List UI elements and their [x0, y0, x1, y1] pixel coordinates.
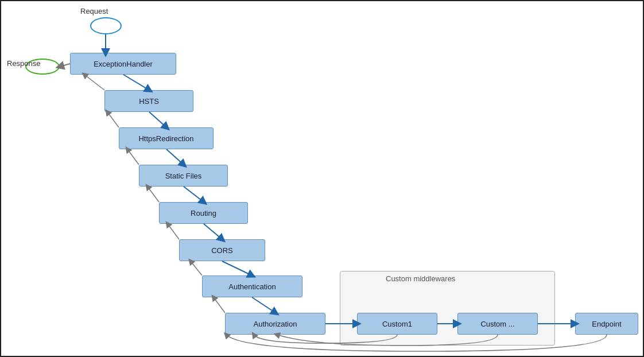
svg-line-14	[252, 297, 276, 313]
request-oval	[90, 17, 122, 34]
svg-line-9	[148, 187, 159, 202]
authorization-box: Authorization	[225, 313, 325, 335]
request-label: Request	[80, 7, 108, 15]
customn-box: Custom ...	[457, 313, 538, 335]
static-files-box: Static Files	[139, 165, 228, 187]
svg-line-1	[60, 64, 70, 67]
authentication-box: Authentication	[202, 275, 302, 297]
svg-line-4	[149, 112, 166, 127]
exception-handler-box: ExceptionHandler	[70, 53, 176, 75]
hsts-box: HSTS	[104, 90, 193, 112]
response-label: Response	[7, 59, 41, 68]
https-redirection-box: HttpsRedirection	[119, 127, 214, 149]
svg-line-13	[191, 261, 202, 275]
svg-line-7	[127, 149, 139, 165]
endpoint-box: Endpoint	[575, 313, 638, 335]
custom1-box: Custom1	[357, 313, 437, 335]
routing-box: Routing	[159, 202, 248, 224]
svg-line-12	[222, 261, 252, 275]
svg-line-15	[214, 297, 225, 313]
svg-line-11	[168, 224, 179, 239]
diagram-container: Custom middlewares Request Response Exce…	[1, 1, 644, 357]
cors-box: CORS	[179, 239, 265, 261]
svg-line-10	[204, 224, 222, 239]
custom-middlewares-label: Custom middlewares	[386, 274, 455, 283]
svg-line-5	[107, 112, 119, 127]
svg-line-8	[184, 187, 204, 202]
svg-line-3	[84, 75, 104, 90]
svg-line-6	[166, 149, 184, 165]
svg-line-2	[123, 75, 149, 90]
